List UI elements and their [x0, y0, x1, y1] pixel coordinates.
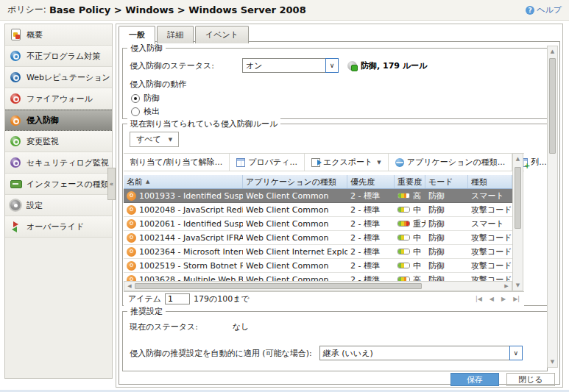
properties-button[interactable]: プロパティ...	[230, 154, 305, 171]
rules-filter-dropdown[interactable]: すべて ▼	[130, 132, 179, 147]
severity-segment	[406, 193, 409, 198]
rule-name: 1002519 - Storm Botnet Redirect...	[139, 261, 243, 271]
item-number-input[interactable]	[165, 293, 190, 304]
severity-meter-icon	[397, 193, 410, 199]
content-vertical-scrollbar[interactable]: ▲ ▼	[547, 46, 558, 368]
table-row[interactable]: 1001933 - Identified Suspicious U...Web …	[124, 189, 512, 203]
intrusion-prevention-section: 侵入防御 侵入防御のステータス: オン ∨ 防御, 179 ルール 侵入防御の動…	[122, 48, 548, 119]
auto-apply-select[interactable]: 継承 (いいえ) ∨	[319, 346, 523, 360]
cell-application-type: Web Client Common	[243, 231, 347, 244]
tab-general[interactable]: 一般	[119, 26, 155, 44]
table-row[interactable]: 1002144 - JavaScript IFRAME R...Web Clie…	[124, 231, 512, 245]
cell-severity: 中	[395, 231, 425, 244]
integrity-monitoring-icon	[10, 135, 21, 147]
scroll-down-icon[interactable]: ▼	[548, 357, 557, 366]
column-header-5[interactable]: 種類	[468, 175, 512, 188]
tab-advanced[interactable]: 詳細	[157, 26, 194, 43]
rule-name: 1002061 - Identified Suspicious J...	[139, 219, 243, 229]
sidebar-item-log-inspection[interactable]: セキュリティログ監視	[5, 152, 112, 174]
table-row[interactable]: 1003628 - Multiple Web Browser ...Web Cl…	[124, 273, 512, 281]
help-label: ヘルプ	[537, 4, 562, 15]
export-button[interactable]: エクスポート▼	[305, 154, 389, 171]
sidebar-item-intrusion-prevention[interactable]: 侵入防御	[5, 110, 112, 131]
column-header-label: 種類	[471, 177, 487, 188]
sidebar-item-web-reputation[interactable]: Webレピュテーション	[5, 67, 112, 88]
column-header-4[interactable]: モード	[425, 175, 468, 188]
column-header-label: アプリケーションの種類	[246, 177, 336, 188]
next-page-button[interactable]: ▶	[501, 296, 506, 302]
scrollbar-thumb[interactable]	[549, 58, 556, 154]
sidebar-item-integrity-monitoring[interactable]: 変更監視	[5, 131, 112, 152]
pagination-bar: アイテム 179の100まで |◀◀▶▶|	[124, 291, 524, 306]
sidebar-item-overrides[interactable]: オーバーライド	[5, 216, 112, 238]
cell-type: 攻撃コード	[468, 203, 512, 216]
application-types-button[interactable]: アプリケーションの種類...	[389, 154, 513, 171]
column-header-0[interactable]: 名前▲	[124, 175, 243, 188]
help-link[interactable]: ? ヘルプ	[526, 4, 562, 15]
scroll-left-icon[interactable]: ◀	[126, 282, 133, 291]
first-page-button[interactable]: |◀	[476, 296, 482, 302]
table-row[interactable]: 1002048 - JavaScript Redirect Sc...Web C…	[124, 203, 512, 217]
sidebar-item-interface-types[interactable]: インタフェースの種類	[5, 174, 112, 195]
scrollbar-thumb[interactable]	[135, 283, 422, 289]
column-header-2[interactable]: 優先度	[347, 175, 395, 188]
intrusion-status-summary: 防御, 179 ルール	[361, 60, 427, 71]
radio-detect[interactable]: 検出	[131, 106, 160, 117]
column-header-3[interactable]: 重要度	[395, 175, 425, 188]
cell-application-type: Web Client Common	[243, 273, 347, 281]
rules-horizontal-scrollbar[interactable]: ◀ ▶	[124, 281, 512, 291]
rules-vertical-scrollbar[interactable]: ▲ ▼	[512, 153, 523, 291]
tab-events[interactable]: イベント	[195, 26, 249, 43]
radio-prevent[interactable]: 防御	[131, 93, 160, 104]
tab-bar: 一般詳細イベント	[119, 26, 249, 43]
firewall-icon	[10, 93, 21, 104]
sidebar-item-firewall[interactable]: ファイアウォール	[5, 88, 112, 110]
scrollbar-thumb[interactable]	[515, 167, 521, 229]
footer-buttons: 保存 閉じる	[450, 373, 555, 386]
scroll-right-icon[interactable]: ▶	[503, 282, 510, 291]
rule-icon	[127, 191, 136, 201]
cell-application-type: Web Client Common	[243, 189, 347, 202]
sidebar-collapse-button[interactable]: «	[107, 168, 116, 200]
intrusion-status-select[interactable]: オン ∨	[242, 58, 339, 73]
scroll-up-icon[interactable]: ▲	[513, 154, 523, 163]
sidebar-item-settings[interactable]: 設定	[5, 195, 112, 216]
prev-page-button[interactable]: ◀	[490, 296, 494, 302]
save-button[interactable]: 保存	[450, 373, 499, 386]
severity-label: 高	[413, 274, 421, 282]
table-row[interactable]: 1002061 - Identified Suspicious J...Web …	[124, 217, 512, 231]
rule-name: 1002364 - Microsoft Internet Expl...	[139, 247, 243, 257]
cell-application-type: Web Client Internet Explorer	[243, 245, 347, 258]
sidebar-item-anti-malware[interactable]: 不正プログラム対策	[5, 46, 112, 67]
sidebar-item-label: Webレピュテーション	[26, 72, 110, 83]
application-types-button-label: アプリケーションの種類...	[407, 157, 506, 168]
column-header-1[interactable]: アプリケーションの種類	[243, 175, 347, 188]
sidebar-item-overview[interactable]: 概要	[5, 24, 112, 46]
cell-type: 攻撃コード	[468, 273, 512, 281]
assign-button[interactable]: 割り当て/割り当て解除...	[124, 154, 230, 171]
severity-label: 重大	[413, 218, 425, 229]
top-bar: ポリシー: Base Policy > Windows > Windows Se…	[0, 0, 569, 21]
table-row[interactable]: 1002519 - Storm Botnet Redirect...Web Cl…	[124, 259, 512, 273]
cell-severity: 中	[395, 259, 425, 272]
table-row[interactable]: 1002364 - Microsoft Internet Expl...Web …	[124, 245, 512, 259]
scroll-down-icon[interactable]: ▼	[513, 281, 523, 290]
cell-type: 攻撃コード	[468, 245, 512, 258]
last-page-button[interactable]: ▶|	[513, 296, 520, 302]
chevron-down-icon: ∨	[325, 58, 339, 73]
scroll-up-icon[interactable]: ▲	[548, 47, 557, 56]
export-icon	[311, 158, 320, 167]
sidebar-item-label: 変更監視	[26, 136, 59, 147]
section-legend: 現在割り当てられている侵入防御ルール	[127, 118, 280, 129]
sidebar-item-label: 設定	[26, 200, 43, 211]
cell-mode: 防御	[425, 273, 468, 281]
sidebar: 概要不正プログラム対策Webレピュテーションファイアウォール侵入防御変更監視セキ…	[4, 24, 113, 379]
close-button[interactable]: 閉じる	[506, 373, 555, 386]
chevron-down-icon: ∨	[509, 346, 523, 360]
column-header-label: 重要度	[397, 177, 422, 188]
sidebar-item-label: 概要	[26, 29, 43, 40]
cell-name: 1002144 - JavaScript IFRAME R...	[124, 231, 243, 244]
rule-icon	[127, 219, 136, 229]
cell-mode: 防御	[425, 189, 468, 202]
cell-priority: 2 - 標準	[347, 273, 395, 281]
